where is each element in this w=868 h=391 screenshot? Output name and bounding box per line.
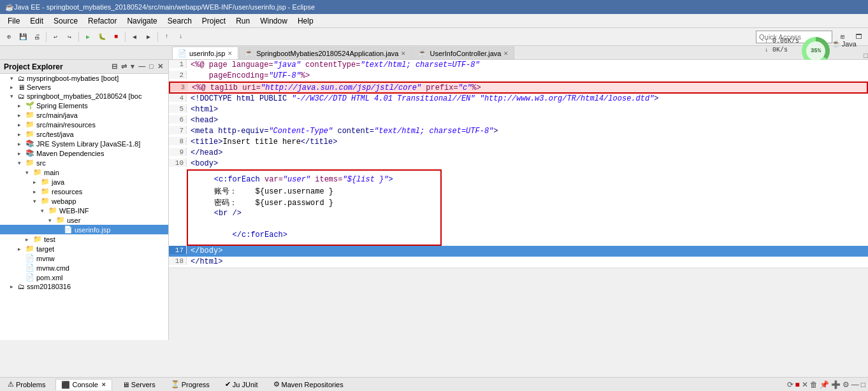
line-content-18[interactable]: </html> xyxy=(187,257,868,266)
tb-back[interactable]: ◀ xyxy=(128,31,141,43)
line-content-16[interactable]: </c:forEach> xyxy=(196,230,433,239)
line-content-8[interactable]: <title>Insert title here</title> xyxy=(187,137,868,146)
tab-userinfo-close[interactable]: ✕ xyxy=(228,50,233,57)
tab-springboot-app[interactable]: ☕ SpringbootMybaties20180524Application.… xyxy=(239,46,412,59)
status-icon-clear[interactable]: 🗑 xyxy=(810,380,818,389)
status-icon-close[interactable]: ✕ xyxy=(802,380,808,389)
tree-item-webinf[interactable]: ▾ 📁 WEB-INF xyxy=(0,206,168,215)
line-content-10[interactable]: <body> xyxy=(187,159,868,168)
tree-item-resources[interactable]: ▸ 📁 resources xyxy=(0,187,168,196)
tree-item-src-main-resources[interactable]: ▸ 📁 src/main/resources xyxy=(0,120,168,129)
sidebar-link-with-editor[interactable]: ⇌ xyxy=(120,62,128,71)
maven-icon: ⚙ xyxy=(273,380,280,388)
horizontal-scrollbar[interactable] xyxy=(169,267,868,274)
tree-item-servers[interactable]: ▸ 🖥 Servers xyxy=(0,83,168,92)
tree-item-pom-xml[interactable]: 📄 pom.xml xyxy=(0,273,168,282)
tab-userinfo[interactable]: 📄 userinfo.jsp ✕ xyxy=(172,46,238,59)
menu-run[interactable]: Run xyxy=(231,15,255,27)
line-content-6[interactable]: <head> xyxy=(187,115,868,125)
tb-stop[interactable]: ■ xyxy=(110,31,122,43)
status-icon-minimize[interactable]: — xyxy=(851,380,859,389)
menu-help[interactable]: Help xyxy=(293,15,319,27)
tab-problems[interactable]: ⚠ Problems xyxy=(3,379,50,390)
menu-refactor[interactable]: Refactor xyxy=(83,15,122,27)
tree-item-src-test-java[interactable]: ▸ 📁 src/test/java xyxy=(0,129,168,139)
line-content-5[interactable]: <html> xyxy=(187,104,868,114)
tree-item-webapp[interactable]: ▾ 📁 webapp xyxy=(0,196,168,206)
tab-progress[interactable]: ⏳ Progress xyxy=(166,379,215,390)
title-bar: ☕ Java EE - springboot_mybaties_20180524… xyxy=(0,0,868,14)
tb-next-edit[interactable]: ↓ xyxy=(175,31,187,43)
menu-file[interactable]: File xyxy=(3,15,25,27)
line-content-1[interactable]: <%@ page language="java" contentType="te… xyxy=(187,60,868,69)
menu-edit[interactable]: Edit xyxy=(25,15,48,27)
tb-save[interactable]: 💾 xyxy=(17,31,29,43)
line-content-3[interactable]: <%@ taglib uri="http://java.sun.com/jsp/… xyxy=(188,83,867,92)
project-icon: 🗂 xyxy=(18,92,25,100)
tree-item-maven-deps[interactable]: ▸ 📚 Maven Dependencies xyxy=(0,148,168,158)
line-content-11[interactable]: <c:forEach var="user" items="${list }"> xyxy=(196,174,433,184)
sidebar-close[interactable]: ✕ xyxy=(156,62,164,71)
tree-item-user-folder[interactable]: ▾ 📁 user xyxy=(0,215,168,225)
menu-navigate[interactable]: Navigate xyxy=(122,15,162,27)
status-icon-new-console[interactable]: ➕ xyxy=(831,380,841,389)
menu-window[interactable]: Window xyxy=(255,15,293,27)
sidebar-minimize[interactable]: — xyxy=(137,62,147,71)
tab-servers[interactable]: 🖥 Servers xyxy=(117,380,161,390)
tree-item-target[interactable]: ▸ 📁 target xyxy=(0,244,168,253)
tb-new[interactable]: ⊕ xyxy=(3,31,15,43)
tree-item-userinfo-jsp[interactable]: 📄 userinfo.jsp xyxy=(0,225,168,234)
tree-item-ssm[interactable]: ▸ 🗂 ssm20180316 xyxy=(0,282,168,291)
line-content-2[interactable]: pageEncoding="UTF-8"%> xyxy=(187,71,868,80)
tb-run[interactable]: ▶ xyxy=(82,31,94,43)
line-content-14[interactable]: <br /> xyxy=(196,208,433,218)
tb-undo[interactable]: ↩ xyxy=(49,31,62,43)
folder-icon: 📁 xyxy=(25,130,34,138)
status-icon-settings[interactable]: ⚙ xyxy=(843,380,850,389)
line-content-13[interactable]: 密码： ${user.password } xyxy=(196,197,433,208)
status-icon-maximize[interactable]: □ xyxy=(861,380,865,389)
menu-project[interactable]: Project xyxy=(197,15,231,27)
tree-item-mvnw-cmd[interactable]: 📄 mvnw.cmd xyxy=(0,263,168,273)
tree-item-mvnw[interactable]: 📄 mvnw xyxy=(0,253,168,263)
tree-item-main[interactable]: ▾ 📁 main xyxy=(0,167,168,177)
line-content-15[interactable] xyxy=(196,219,433,229)
status-icon-pin[interactable]: 📌 xyxy=(820,380,829,389)
tb-redo[interactable]: ↪ xyxy=(63,31,76,43)
tb-prev-edit[interactable]: ↑ xyxy=(161,31,173,43)
line-num-18: 18 xyxy=(169,257,187,265)
tab-controller[interactable]: ☕ UserInfoController.java ✕ xyxy=(412,46,514,59)
line-content-9[interactable]: </head> xyxy=(187,148,868,157)
menu-source[interactable]: Source xyxy=(48,15,83,27)
tree-item-src-main-java[interactable]: ▸ 📁 src/main/java xyxy=(0,110,168,120)
tab-maven-repo[interactable]: ⚙ Maven Repositories xyxy=(268,379,349,390)
tree-item-spring-elements[interactable]: ▸ 🌱 Spring Elements xyxy=(0,101,168,110)
line-content-17[interactable]: </body> xyxy=(187,246,868,255)
line-content-4[interactable]: <!DOCTYPE html PUBLIC "-//W3C//DTD HTML … xyxy=(187,94,868,103)
tree-item-java[interactable]: ▸ 📁 java xyxy=(0,177,168,187)
line-content-7[interactable]: <meta http-equiv="Content-Type" content=… xyxy=(187,126,868,136)
tab-junit[interactable]: ✔ Ju JUnit xyxy=(220,379,263,390)
line-content-12[interactable]: 账号： ${user.username } xyxy=(196,185,433,197)
tree-item-test[interactable]: ▸ 📁 test xyxy=(0,234,168,244)
tree-item-springboot-project[interactable]: ▾ 🗂 springboot_mybaties_20180524 [boc xyxy=(0,92,168,101)
tab-controller-close[interactable]: ✕ xyxy=(503,50,509,57)
tree-item-jre[interactable]: ▸ 📚 JRE System Library [JavaSE-1.8] xyxy=(0,139,168,148)
sidebar-maximize[interactable]: □ xyxy=(148,62,155,71)
editor-area[interactable]: 1 <%@ page language="java" contentType="… xyxy=(169,60,868,267)
status-icon-1[interactable]: ⟳ xyxy=(787,380,793,389)
tab-console[interactable]: ⬛ Console ✕ xyxy=(55,379,112,390)
tree-item-myspringboot[interactable]: ▾ 🗂 myspringboot-mybaties [boot] xyxy=(0,74,168,83)
sidebar-collapse-all[interactable]: ⊟ xyxy=(110,62,119,71)
tb-debug[interactable]: 🐛 xyxy=(96,31,108,43)
console-close[interactable]: ✕ xyxy=(101,381,106,388)
tab-springboot-close[interactable]: ✕ xyxy=(401,50,406,57)
tree-item-src[interactable]: ▾ 📁 src xyxy=(0,158,168,167)
tb-fwd[interactable]: ▶ xyxy=(142,31,155,43)
editor-maximize-btn[interactable]: □ xyxy=(864,52,868,59)
sidebar-view-menu[interactable]: ▾ xyxy=(129,62,136,71)
menu-search[interactable]: Search xyxy=(163,15,197,27)
tb-print[interactable]: 🖨 xyxy=(31,31,43,43)
java-perspective-btn[interactable]: ☕Java xyxy=(832,39,857,48)
status-icon-stop[interactable]: ■ xyxy=(795,380,800,389)
